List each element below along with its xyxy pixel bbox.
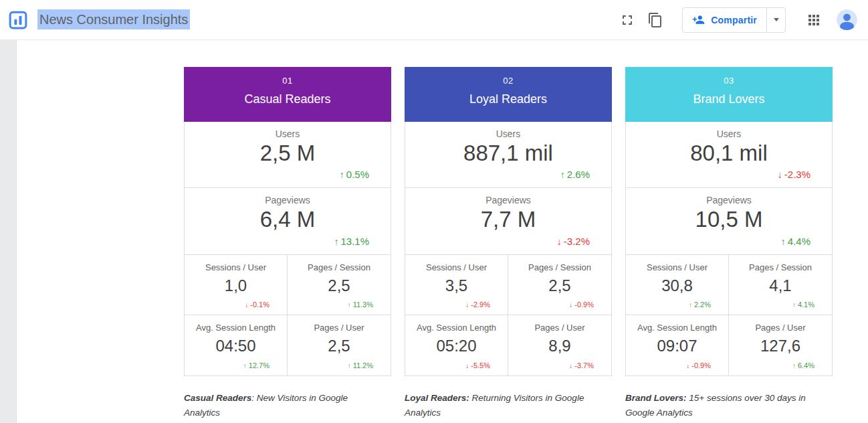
- change-indicator: ↓-3.2%: [557, 236, 590, 247]
- change-value: -2.3%: [784, 169, 810, 180]
- fullscreen-button[interactable]: [619, 12, 635, 28]
- trend-arrow-icon: ↑: [348, 362, 351, 369]
- card-title: Casual Readers: [184, 92, 391, 106]
- pageviews-scorecard: Pageviews 6,4 M ↑13.1%: [185, 188, 391, 255]
- person-add-icon: [692, 13, 705, 26]
- share-dropdown-button[interactable]: [767, 8, 785, 32]
- card-title: Loyal Readers: [405, 92, 612, 106]
- sessions-per-user-scorecard: Sessions / User 3,5 ↓-2.9%: [405, 255, 508, 315]
- metric-label: Pages / User: [288, 315, 391, 333]
- segment-definition: Casual Readers: New Visitors in Google A…: [184, 391, 385, 421]
- segment-term: Casual Readers: [184, 393, 251, 403]
- copy-report-button[interactable]: [647, 12, 663, 28]
- user-avatar[interactable]: [837, 9, 857, 30]
- pages-per-user-scorecard: Pages / User 8,9 ↓-3.7%: [508, 315, 611, 375]
- change-value: -5.5%: [471, 361, 490, 369]
- trend-arrow-icon: ↑: [792, 301, 796, 309]
- trend-arrow-icon: ↑: [243, 362, 247, 369]
- metric-label: Pageviews: [405, 188, 611, 205]
- trend-arrow-icon: ↓: [465, 362, 469, 369]
- metric-value: 05:20: [405, 337, 508, 355]
- change-value: -3.2%: [564, 236, 590, 247]
- avg-session-length-scorecard: Avg. Session Length 05:20 ↓-5.5%: [405, 315, 508, 375]
- pages-per-user-scorecard: Pages / User 127,6 ↑6.4%: [729, 315, 832, 375]
- metric-value: 2,5: [288, 337, 391, 355]
- trend-arrow-icon: ↑: [781, 236, 786, 247]
- users-scorecard: Users 80,1 mil ↓-2.3%: [626, 122, 832, 188]
- metric-value: 09:07: [626, 337, 728, 355]
- trend-arrow-icon: ↑: [340, 169, 344, 180]
- metric-label: Avg. Session Length: [185, 315, 287, 333]
- trend-arrow-icon: ↑: [560, 169, 565, 180]
- metric-label: Users: [185, 122, 391, 139]
- change-indicator: ↓-3.7%: [569, 361, 594, 369]
- segment-definition: Loyal Readers: Returning Visitors in Goo…: [405, 391, 605, 421]
- change-indicator: ↓-2.9%: [465, 301, 490, 309]
- report-title-text: News Consumer Insights: [37, 9, 190, 29]
- share-button[interactable]: Compartir: [683, 8, 766, 32]
- metric-value: 887,1 mil: [405, 141, 611, 166]
- metric-value: 4,1: [729, 276, 832, 295]
- segment-card-brand-lovers: 03 Brand Lovers Users 80,1 mil ↓-2.3% Pa…: [625, 67, 833, 421]
- trend-arrow-icon: ↑: [689, 301, 692, 309]
- change-indicator: ↓-0.9%: [569, 301, 594, 309]
- metric-label: Pageviews: [626, 188, 832, 205]
- metric-label: Sessions / User: [185, 255, 287, 272]
- metric-value: 6,4 M: [185, 207, 391, 232]
- segment-card-loyal-readers: 02 Loyal Readers Users 887,1 mil ↑2.6% P…: [405, 67, 612, 421]
- metric-label: Users: [405, 122, 611, 139]
- change-indicator: ↓-2.3%: [778, 169, 810, 180]
- change-indicator: ↓-5.5%: [465, 361, 490, 369]
- sessions-per-user-scorecard: Sessions / User 1,0 ↓-0.1%: [185, 255, 288, 315]
- card-header: 02 Loyal Readers: [405, 67, 612, 122]
- change-value: 2.2%: [694, 301, 711, 309]
- metric-label: Avg. Session Length: [626, 315, 728, 333]
- metric-label: Pages / User: [729, 315, 832, 333]
- metric-grid: Sessions / User 3,5 ↓-2.9% Pages / Sessi…: [405, 255, 611, 375]
- metric-label: Pages / Session: [288, 255, 391, 272]
- metric-value: 127,6: [729, 337, 832, 355]
- change-value: 4.1%: [798, 301, 815, 309]
- card-header: 03 Brand Lovers: [625, 67, 833, 122]
- change-indicator: ↑11.3%: [348, 301, 373, 309]
- metric-value: 2,5 M: [185, 141, 391, 166]
- change-value: 4.4%: [788, 236, 810, 247]
- change-indicator: ↑11.2%: [348, 361, 373, 369]
- trend-arrow-icon: ↓: [557, 236, 562, 247]
- metric-label: Pages / Session: [508, 255, 611, 272]
- metric-value: 80,1 mil: [626, 141, 832, 166]
- datastudio-logo-icon: [8, 10, 28, 30]
- users-scorecard: Users 887,1 mil ↑2.6%: [405, 122, 611, 188]
- metric-value: 2,5: [508, 276, 611, 295]
- change-value: 6.4%: [798, 361, 815, 369]
- avg-session-length-scorecard: Avg. Session Length 09:07 ↓-0.9%: [626, 315, 729, 375]
- change-value: 13.1%: [340, 236, 369, 247]
- segment-card-casual-readers: 01 Casual Readers Users 2,5 M ↑0.5% Page…: [184, 67, 391, 421]
- metric-value: 10,5 M: [626, 207, 832, 232]
- trend-arrow-icon: ↓: [465, 301, 469, 309]
- change-value: -2.9%: [471, 301, 490, 309]
- trend-arrow-icon: ↑: [348, 301, 351, 309]
- metric-label: Sessions / User: [405, 255, 508, 272]
- apps-grid-button[interactable]: [806, 12, 822, 28]
- metric-value: 7,7 M: [405, 207, 611, 232]
- card-number: 03: [625, 76, 833, 86]
- metric-grid: Sessions / User 30,8 ↑2.2% Pages / Sessi…: [626, 255, 832, 375]
- card-body: Users 2,5 M ↑0.5% Pageviews 6,4 M ↑13.1%…: [184, 122, 391, 376]
- change-indicator: ↓-0.9%: [686, 361, 711, 369]
- card-body: Users 80,1 mil ↓-2.3% Pageviews 10,5 M ↑…: [625, 122, 833, 376]
- users-scorecard: Users 2,5 M ↑0.5%: [185, 122, 391, 188]
- change-indicator: ↑2.2%: [689, 301, 711, 309]
- trend-arrow-icon: ↑: [334, 236, 338, 247]
- pages-per-session-scorecard: Pages / Session 4,1 ↑4.1%: [729, 255, 832, 315]
- report-title: News Consumer Insights: [37, 12, 190, 27]
- change-indicator: ↑6.4%: [792, 361, 815, 369]
- pageviews-scorecard: Pageviews 7,7 M ↓-3.2%: [405, 188, 611, 255]
- metric-label: Avg. Session Length: [405, 315, 508, 333]
- change-indicator: ↑13.1%: [334, 236, 369, 247]
- metric-value: 30,8: [626, 276, 728, 295]
- pageviews-scorecard: Pageviews 10,5 M ↑4.4%: [626, 188, 832, 255]
- share-button-group: Compartir: [682, 7, 786, 33]
- change-indicator: ↓-0.1%: [245, 301, 269, 309]
- change-value: -0.1%: [250, 301, 269, 309]
